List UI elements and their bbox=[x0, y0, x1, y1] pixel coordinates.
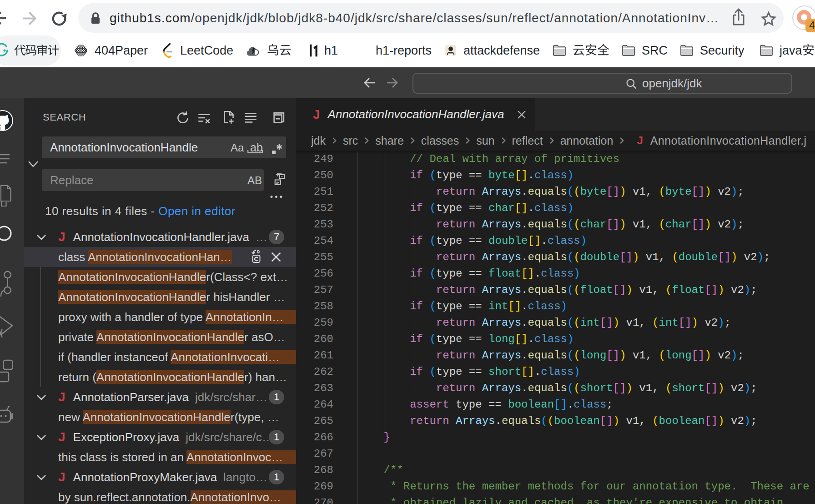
svg-text:ab: ab bbox=[250, 142, 263, 154]
